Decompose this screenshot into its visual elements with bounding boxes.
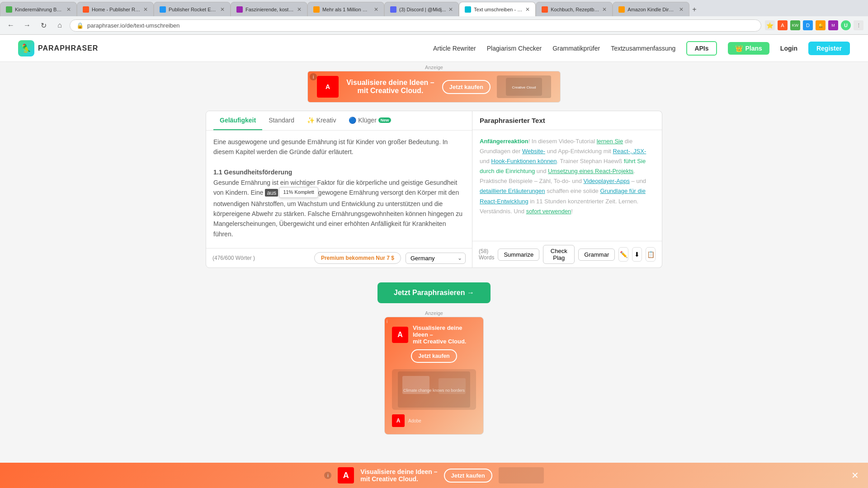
logo-text: PARAPHRASER xyxy=(38,44,98,52)
check-plag-button[interactable]: Check Plag xyxy=(543,245,575,264)
tab-amazon[interactable]: Amazon Kindle Direc... ✕ xyxy=(613,2,689,16)
tab-million[interactable]: Mehr als 1 Million Gr... ✕ xyxy=(307,2,384,16)
country-select-wrap: Germany United States United Kingdom xyxy=(406,253,466,264)
premium-button[interactable]: Premium bekommen Nur 7 $ xyxy=(314,252,401,264)
profile-icon[interactable]: U xyxy=(841,20,851,30)
back-button[interactable]: ← xyxy=(5,19,17,32)
home-button[interactable]: ⌂ xyxy=(53,19,66,32)
ad-info-small[interactable]: i xyxy=(387,319,387,324)
ad-buy-button[interactable]: Jetzt kaufen xyxy=(442,80,491,94)
tab-close-icon[interactable]: ✕ xyxy=(679,6,684,13)
result-link-details[interactable]: detaillierte Erläuterungen xyxy=(480,188,545,194)
forward-button[interactable]: → xyxy=(21,19,33,32)
result-link-videoplayer[interactable]: Videoplayer-Apps xyxy=(584,178,630,184)
plans-button[interactable]: 👑 Plans xyxy=(728,42,769,55)
result-link-react[interactable]: React-, JSX- xyxy=(613,148,646,155)
adobe-label: Adobe xyxy=(408,418,421,423)
tab-text-umschreiben[interactable]: Text umschreiben - B... ✕ xyxy=(459,2,536,16)
side-ad-banner: i A Visualisiere deine Ideen – mit Creat… xyxy=(384,317,484,435)
tab-close-icon[interactable]: ✕ xyxy=(220,6,225,13)
extension-icon-6[interactable]: M xyxy=(828,20,838,30)
editor-footer: (476/600 Wörter ) Premium bekommen Nur 7… xyxy=(206,248,472,267)
paraphrase-button[interactable]: Jetzt Paraphrasieren → xyxy=(377,282,491,303)
tab-title: Faszinierende, kosten... xyxy=(245,7,294,12)
browser-tabs: Kinderernährung Buc... ✕ Home - Publishe… xyxy=(0,0,868,16)
tab-close-icon[interactable]: ✕ xyxy=(602,6,607,13)
url-text: paraphraser.io/de/text-umschreiben xyxy=(87,22,180,29)
tab-kreativ-label: ✨ Kreativ xyxy=(307,117,336,124)
menu-icon[interactable]: ⋮ xyxy=(854,20,863,30)
tab-standard-label: Standard xyxy=(269,117,294,124)
nav-plagiarism-checker[interactable]: Plagiarism Checker xyxy=(487,45,542,52)
tab-kluger-label: 🔵 Klüger xyxy=(349,117,376,124)
tab-close-icon[interactable]: ✕ xyxy=(143,6,148,13)
premium-label: Premium bekommen xyxy=(321,255,374,261)
tab-kreativ[interactable]: ✨ Kreativ xyxy=(301,111,342,130)
register-button[interactable]: Register xyxy=(808,42,850,55)
result-link-lernen[interactable]: lernen Sie xyxy=(597,138,623,145)
tab-discord[interactable]: (3) Discord | @Midj... ✕ xyxy=(384,2,459,16)
tab-title: Publisher Rocket Erfa... xyxy=(169,7,217,12)
tab-title: Text umschreiben - B... xyxy=(474,7,523,12)
tab-title: Kinderernährung Buc... xyxy=(15,7,64,12)
nav-summarize[interactable]: Textzusammenfassung xyxy=(611,45,675,52)
ad-title: Visualisiere deine Ideen – mit Creative … xyxy=(345,79,436,95)
new-tab-button[interactable]: + xyxy=(689,3,699,16)
result-link-hook[interactable]: Hook-Funktionen können xyxy=(491,158,557,164)
adobe-logo: A xyxy=(392,327,408,343)
tab-kindernahrung[interactable]: Kinderernährung Buc... ✕ xyxy=(0,2,77,16)
result-text-11: ! xyxy=(571,208,573,215)
result-link-umsetzung[interactable]: Umsetzung eines React-Projekts xyxy=(548,168,633,174)
new-badge: New xyxy=(378,117,392,123)
tab-favicon xyxy=(236,6,243,13)
result-link-website[interactable]: Website- xyxy=(522,148,545,155)
result-text-3: und App-Entwicklung mit xyxy=(545,148,613,155)
nav-article-rewriter[interactable]: Article Rewriter xyxy=(433,45,476,52)
browser-toolbar: ← → ↻ ⌂ 🔒 paraphraser.io/de/text-umschre… xyxy=(0,16,868,35)
tab-publisher-home[interactable]: Home - Publisher Ro... ✕ xyxy=(77,2,154,16)
nav-grammar[interactable]: Grammatikprüfer xyxy=(552,45,600,52)
extension-icon-5[interactable]: 🔔 xyxy=(816,20,826,30)
tab-kluger[interactable]: 🔵 Klüger New xyxy=(342,111,397,130)
extension-icon-4[interactable]: D xyxy=(803,20,813,30)
extension-icon-2[interactable]: A xyxy=(778,20,788,30)
edit-icon-button[interactable]: ✏️ xyxy=(618,247,628,262)
tab-kochbuch[interactable]: Kochbuch, Rezeptbu... ✕ xyxy=(536,2,613,16)
editor-paragraph-2: 1.1 Gesundheitsförderung xyxy=(213,167,465,177)
tab-title: Kochbuch, Rezeptbu... xyxy=(551,7,599,12)
tab-favicon xyxy=(542,6,548,13)
refresh-button[interactable]: ↻ xyxy=(37,19,50,32)
tab-title: Home - Publisher Ro... xyxy=(92,7,141,12)
logo-area[interactable]: 🦜 PARAPHRASER xyxy=(18,40,98,56)
tab-publisher-erfa[interactable]: Publisher Rocket Erfa... ✕ xyxy=(154,2,231,16)
apis-button[interactable]: APIs xyxy=(686,41,717,56)
summarize-button[interactable]: Summarize xyxy=(498,249,539,261)
tab-close-icon[interactable]: ✕ xyxy=(525,6,530,13)
country-select[interactable]: Germany United States United Kingdom xyxy=(406,253,466,264)
tab-close-icon[interactable]: ✕ xyxy=(374,6,378,13)
tab-faszinierende[interactable]: Faszinierende, kosten... ✕ xyxy=(231,2,307,16)
side-ad-bottom: A Adobe xyxy=(392,414,476,427)
editor-paragraph-1: Eine ausgewogene und gesunde Ernährung i… xyxy=(213,137,465,157)
login-button[interactable]: Login xyxy=(780,45,797,52)
tab-close-icon[interactable]: ✕ xyxy=(297,6,302,13)
copy-icon-button[interactable]: 📋 xyxy=(646,247,656,262)
grammar-button[interactable]: Grammar xyxy=(578,249,615,261)
tab-close-icon[interactable]: ✕ xyxy=(66,6,71,13)
editor-body[interactable]: Eine ausgewogene und gesunde Ernährung i… xyxy=(206,131,472,248)
side-ad-title: Visualisiere deine Ideen – mit Creative … xyxy=(413,324,476,345)
ad-info-icon[interactable]: i xyxy=(310,73,317,80)
tab-standard[interactable]: Standard xyxy=(262,111,301,130)
side-ad-buy-button[interactable]: Jetzt kaufen xyxy=(411,349,457,363)
extension-icon-1[interactable]: ⭐ xyxy=(765,20,775,30)
download-icon-button[interactable]: ⬇ xyxy=(632,247,642,262)
extension-icon-3[interactable]: KW xyxy=(790,20,800,30)
tab-gelaufigkeit[interactable]: Geläufigkeit xyxy=(213,111,262,130)
svg-rect-5 xyxy=(439,378,466,394)
word-count: (476/600 Wörter ) xyxy=(212,255,310,261)
address-bar[interactable]: 🔒 paraphraser.io/de/text-umschreiben xyxy=(70,19,761,32)
tab-close-icon[interactable]: ✕ xyxy=(448,6,453,13)
result-link-sofort[interactable]: sofort verwenden xyxy=(526,208,571,215)
bottom-ad-label: Anzeige xyxy=(384,310,484,316)
editor-paragraph-3: Gesunde Ernährung ist ein wichtiger Fakt… xyxy=(213,178,465,239)
